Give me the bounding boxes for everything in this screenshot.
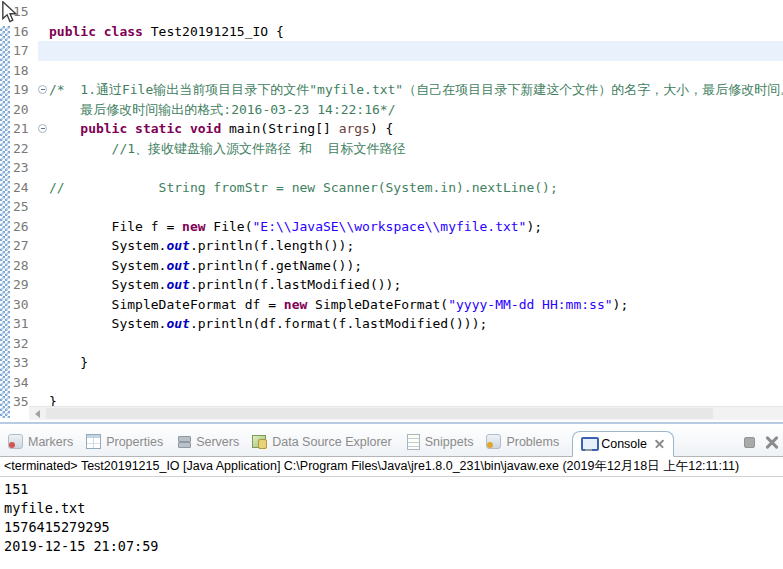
fold-gutter bbox=[38, 295, 49, 315]
bottom-panel: MarkersPropertiesServersData Source Expl… bbox=[0, 426, 783, 569]
code-line[interactable]: 24// String fromStr = new Scanner(System… bbox=[0, 178, 783, 198]
code-line[interactable]: 21 public static void main(String[] args… bbox=[0, 119, 783, 139]
editor-hscrollbar[interactable] bbox=[29, 406, 783, 420]
code-text: System.out.println(df.format(f.lastModif… bbox=[49, 314, 783, 334]
code-line[interactable]: 28 System.out.println(f.getName()); bbox=[0, 256, 783, 276]
line-number: 33 bbox=[0, 353, 38, 373]
code-line[interactable]: 17 bbox=[0, 41, 783, 61]
terminate-icon[interactable] bbox=[744, 437, 755, 448]
hscrollbar-thumb[interactable] bbox=[46, 408, 713, 419]
tab-properties[interactable]: Properties bbox=[86, 434, 163, 449]
scroll-left-arrow-icon[interactable] bbox=[31, 407, 46, 420]
line-number: 22 bbox=[0, 139, 38, 159]
line-number: 28 bbox=[0, 256, 38, 276]
servers-icon bbox=[176, 434, 191, 449]
code-editor[interactable]: 1516public class Test20191215_IO {171819… bbox=[0, 0, 783, 424]
data-source-explorer-icon bbox=[252, 434, 267, 449]
line-number: 24 bbox=[0, 178, 38, 198]
fold-gutter bbox=[38, 178, 49, 198]
line-number: 20 bbox=[0, 100, 38, 120]
code-line[interactable]: 15 bbox=[0, 2, 783, 22]
line-number: 16 bbox=[0, 22, 38, 42]
code-line[interactable]: 27 System.out.println(f.length()); bbox=[0, 236, 783, 256]
tab-label: Snippets bbox=[425, 435, 474, 449]
close-icon[interactable] bbox=[654, 438, 665, 449]
console-status-line: <terminated> Test20191215_IO [Java Appli… bbox=[0, 457, 783, 477]
tab-data-source-explorer[interactable]: Data Source Explorer bbox=[252, 434, 392, 449]
code-line[interactable]: 25 bbox=[0, 197, 783, 217]
fold-collapse-icon[interactable] bbox=[38, 80, 49, 100]
code-line[interactable]: 23 bbox=[0, 158, 783, 178]
code-text: //1、接收键盘输入源文件路径 和 目标文件路径 bbox=[49, 139, 783, 159]
fold-gutter bbox=[38, 256, 49, 276]
tab-snippets[interactable]: Snippets bbox=[405, 434, 474, 449]
fold-gutter bbox=[38, 314, 49, 334]
line-number: 21 bbox=[0, 119, 38, 139]
code-line[interactable]: 29 System.out.println(f.lastModified()); bbox=[0, 275, 783, 295]
line-number: 23 bbox=[0, 158, 38, 178]
fold-gutter bbox=[38, 41, 49, 61]
code-text: System.out.println(f.getName()); bbox=[49, 256, 783, 276]
code-text: System.out.println(f.length()); bbox=[49, 236, 783, 256]
line-number: 17 bbox=[0, 41, 38, 61]
markers-icon bbox=[8, 434, 23, 449]
code-text: System.out.println(f.lastModified()); bbox=[49, 275, 783, 295]
fold-collapse-icon[interactable] bbox=[38, 119, 49, 139]
properties-icon bbox=[86, 434, 101, 449]
code-line[interactable]: 20 最后修改时间输出的格式:2016-03-23 14:22:16*/ bbox=[0, 100, 783, 120]
line-number: 31 bbox=[0, 314, 38, 334]
tab-label: Servers bbox=[196, 435, 239, 449]
fold-gutter bbox=[38, 61, 49, 81]
tab-label: Console bbox=[601, 437, 647, 451]
tab-label: Properties bbox=[106, 435, 163, 449]
tab-problems[interactable]: Problems bbox=[486, 434, 559, 449]
console-icon bbox=[581, 436, 596, 451]
code-line[interactable]: 31 System.out.println(df.format(f.lastMo… bbox=[0, 314, 783, 334]
tab-console[interactable]: Console bbox=[572, 431, 674, 457]
fold-gutter bbox=[38, 139, 49, 159]
code-line[interactable]: 26 File f = new File("E:\\JavaSE\\worksp… bbox=[0, 217, 783, 237]
code-text: /* 1.通过File输出当前项目目录下的文件"myfile.txt"（自己在项… bbox=[49, 80, 783, 100]
tab-label: Problems bbox=[506, 435, 559, 449]
fold-gutter bbox=[38, 22, 49, 42]
tab-label: Markers bbox=[28, 435, 73, 449]
code-line[interactable]: 16public class Test20191215_IO { bbox=[0, 22, 783, 42]
code-text: SimpleDateFormat df = new SimpleDateForm… bbox=[49, 295, 783, 315]
code-text: public class Test20191215_IO { bbox=[49, 22, 783, 42]
code-line[interactable]: 19/* 1.通过File输出当前项目目录下的文件"myfile.txt"（自己… bbox=[0, 80, 783, 100]
code-text: } bbox=[49, 353, 783, 373]
console-output[interactable]: 151myfile.txt15764152792952019-12-15 21:… bbox=[0, 477, 783, 556]
code-line[interactable]: 22 //1、接收键盘输入源文件路径 和 目标文件路径 bbox=[0, 139, 783, 159]
mouse-cursor-icon bbox=[1, 1, 20, 24]
line-number: 34 bbox=[0, 373, 38, 393]
code-line[interactable]: 18 bbox=[0, 61, 783, 81]
fold-gutter bbox=[38, 353, 49, 373]
fold-gutter bbox=[38, 158, 49, 178]
line-number: 30 bbox=[0, 295, 38, 315]
view-tabs: MarkersPropertiesServersData Source Expl… bbox=[0, 431, 674, 456]
snippets-icon bbox=[405, 434, 420, 449]
fold-gutter bbox=[38, 197, 49, 217]
line-number: 26 bbox=[0, 217, 38, 237]
tab-servers[interactable]: Servers bbox=[176, 434, 239, 449]
code-line[interactable]: 32 bbox=[0, 334, 783, 354]
fold-gutter bbox=[38, 2, 49, 22]
line-number: 19 bbox=[0, 80, 38, 100]
problems-icon bbox=[486, 434, 501, 449]
code-text: 最后修改时间输出的格式:2016-03-23 14:22:16*/ bbox=[49, 100, 783, 120]
code-text bbox=[49, 334, 783, 354]
code-line[interactable]: 33 } bbox=[0, 353, 783, 373]
code-line[interactable]: 34 bbox=[0, 373, 783, 393]
code-text bbox=[49, 373, 783, 393]
code-line[interactable]: 30 SimpleDateFormat df = new SimpleDateF… bbox=[0, 295, 783, 315]
remove-launch-icon[interactable] bbox=[765, 435, 779, 449]
code-text bbox=[49, 197, 783, 217]
fold-gutter bbox=[38, 217, 49, 237]
console-line: 2019-12-15 21:07:59 bbox=[4, 537, 783, 556]
line-number: 29 bbox=[0, 275, 38, 295]
eclipse-window: 1516public class Test20191215_IO {171819… bbox=[0, 0, 783, 569]
tab-label: Data Source Explorer bbox=[272, 435, 392, 449]
tab-markers[interactable]: Markers bbox=[8, 434, 73, 449]
code-text bbox=[49, 41, 783, 61]
line-number: 18 bbox=[0, 61, 38, 81]
